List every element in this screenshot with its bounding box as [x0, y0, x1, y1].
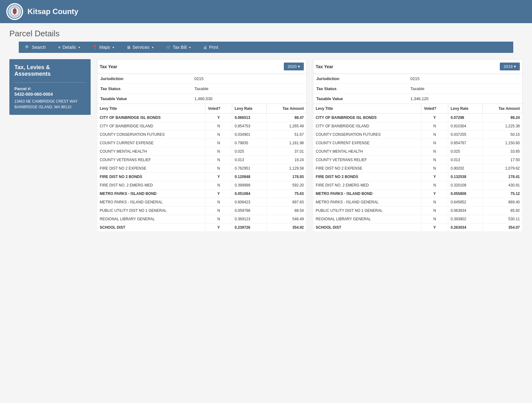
left-sidebar: Tax, Levies & Assessments Parcel #: 5432… [9, 59, 91, 232]
sidebar-section-title: Tax, Levies & Assessments [14, 64, 86, 77]
voted-cell: N [205, 122, 232, 130]
jurisdiction-value: 0215 [407, 74, 523, 84]
tax-amount-cell: 98.47 [267, 114, 307, 122]
year-selector-2020[interactable]: 2020 ▾ [284, 63, 304, 70]
voted-cell: Y [421, 173, 448, 181]
tax-year-label-2019: Tax Year [316, 64, 500, 69]
tax-amount-cell: 1,181.98 [267, 139, 307, 147]
jurisdiction-label: Jurisdiction [97, 74, 192, 84]
levy-rate-cell: 0.762951 [232, 164, 267, 173]
voted-cell: N [421, 122, 448, 130]
nav-services[interactable]: 🖥 Services ▾ [120, 42, 160, 53]
col-voted: Voted? [205, 104, 232, 114]
nav-details[interactable]: ≡ Details ▾ [52, 42, 86, 53]
year-value-2019: 2019 [504, 64, 513, 69]
year-selector-2019[interactable]: 2019 ▾ [500, 63, 520, 70]
table-row: METRO PARKS - ISLAND BOND Y 0.051084 75.… [97, 190, 307, 198]
tax-status-row: Tax Status Taxable [97, 84, 307, 94]
levy-rate-cell: 0.80202 [448, 164, 483, 173]
voted-cell: N [205, 164, 232, 173]
table-row: FIRE DIST NO 2 BONDS Y 0.132538 178.41 [313, 173, 523, 181]
levy-rate-cell: 0.645852 [448, 198, 483, 207]
col-tax-amount: Tax Amount [483, 104, 523, 114]
table-row: COUNTY CURRENT EXPENSE N 0.79835 1,181.9… [97, 139, 307, 147]
col-voted: Voted? [421, 104, 448, 114]
table-row: PUBLIC UTILITY DIST NO 1 GENERAL N 0.059… [97, 207, 307, 215]
chevron-down-icon: ▾ [113, 46, 114, 49]
col-levy-title: Levy Title [313, 104, 421, 114]
table-row: PUBLIC UTILITY DIST NO 1 GENERAL N 0.063… [313, 207, 523, 215]
voted-cell: N [421, 215, 448, 223]
taxable-value-label: Taxable Value [313, 94, 408, 104]
voted-cell: Y [205, 223, 232, 232]
levy-title-cell: METRO PARKS - ISLAND GENERAL [97, 198, 205, 207]
levy-rate-cell: 0.132538 [448, 173, 483, 181]
levy-header-row: Levy Title Voted? Levy Rate Tax Amount [97, 104, 307, 114]
nav-taxbill[interactable]: 🛒 Tax Bill ▾ [160, 42, 197, 53]
nav-bar: 🔍 Search ≡ Details ▾ 📍 Maps ▾ 🖥 Services… [19, 42, 513, 53]
table-row: SCHOOL DIST Y 0.239726 354.92 [97, 223, 307, 232]
table-row: COUNTY CURRENT EXPENSE N 0.854767 1,150.… [313, 139, 523, 147]
tax-amount-cell: 897.83 [267, 198, 307, 207]
nav-print[interactable]: 🖨 Print [197, 42, 224, 53]
levy-table-2020: Levy Title Voted? Levy Rate Tax Amount C… [97, 104, 307, 232]
year-row-2019: Tax Year 2019 ▾ [313, 59, 523, 74]
col-levy-rate: Levy Rate [232, 104, 267, 114]
tax-amount-cell: 85.92 [483, 207, 523, 215]
levy-title-cell: FIRE DIST NO. 2 EMERG MED [313, 181, 421, 190]
nav-search[interactable]: 🔍 Search [19, 42, 52, 53]
info-table-2019: Jurisdiction 0215 Tax Status Taxable Tax… [313, 74, 523, 104]
parcel-address: 13463 NE CAMBRIDGE CREST WAY BAINBRIDGE … [14, 99, 86, 110]
chevron-down-icon: ▾ [189, 46, 191, 49]
nav-print-label: Print [209, 45, 218, 50]
site-title: Kitsap County [28, 7, 78, 16]
voted-cell: N [421, 198, 448, 207]
levy-rate-cell: 0.07298 [448, 114, 483, 122]
levy-rate-cell: 0.051084 [232, 190, 267, 198]
year-value-2020: 2020 [288, 64, 297, 69]
table-row: FIRE DIST NO 2 EXPENSE N 0.762951 1,129.… [97, 164, 307, 173]
nav-maps-label: Maps [99, 45, 110, 50]
table-row: COUNTY CONSERVATION FUTURES N 0.037255 5… [313, 130, 523, 139]
levy-title-cell: CITY OF BAINBRIDGE ISLAND [97, 122, 205, 130]
levy-title-cell: COUNTY CURRENT EXPENSE [97, 139, 205, 147]
tax-amount-cell: 430.91 [483, 181, 523, 190]
levy-rate-cell: 0.393802 [448, 215, 483, 223]
table-row: COUNTY VETERANS RELIEF N 0.013 17.50 [313, 156, 523, 164]
voted-cell: N [205, 130, 232, 139]
voted-cell: Y [421, 223, 448, 232]
col-tax-amount: Tax Amount [267, 104, 307, 114]
tax-amount-cell: 1,079.62 [483, 164, 523, 173]
levy-title-cell: PUBLIC UTILITY DIST NO 1 GENERAL [97, 207, 205, 215]
tax-amount-cell: 33.65 [483, 147, 523, 156]
tax-amount-cell: 1,129.58 [267, 164, 307, 173]
col-levy-title: Levy Title [97, 104, 205, 114]
levy-table-2019: Levy Title Voted? Levy Rate Tax Amount C… [313, 104, 523, 232]
nav-maps[interactable]: 📍 Maps ▾ [86, 42, 120, 53]
voted-cell: Y [421, 114, 448, 122]
voted-cell: N [421, 147, 448, 156]
levy-rate-cell: 0.025 [448, 147, 483, 156]
levy-title-cell: REGIONAL LIBRARY GENERAL [97, 215, 205, 223]
parcel-label: Parcel #: [14, 86, 86, 91]
tables-area: Tax Year 2020 ▾ Jurisdiction 0215 Tax St… [97, 59, 523, 232]
levy-rate-cell: 0.066513 [232, 114, 267, 122]
levy-title-cell: FIRE DIST NO. 2 EMERG MED [97, 181, 205, 190]
details-icon: ≡ [58, 45, 61, 50]
tax-amount-cell: 869.40 [483, 198, 523, 207]
levy-title-cell: COUNTY MENTAL HEALTH [313, 147, 421, 156]
tax-amount-cell: 354.07 [483, 223, 523, 232]
county-logo [6, 3, 23, 20]
table-row: REGIONAL LIBRARY GENERAL N 0.369123 546.… [97, 215, 307, 223]
levy-rate-cell: 0.025 [232, 147, 267, 156]
table-row: FIRE DIST NO 2 BONDS Y 0.120848 178.93 [97, 173, 307, 181]
levy-rate-cell: 0.263034 [448, 223, 483, 232]
tax-amount-cell: 19.24 [267, 156, 307, 164]
levy-title-cell: METRO PARKS - ISLAND BOND [97, 190, 205, 198]
voted-cell: N [421, 207, 448, 215]
table-row: METRO PARKS - ISLAND GENERAL N 0.645852 … [313, 198, 523, 207]
table-row: COUNTY MENTAL HEALTH N 0.025 33.65 [313, 147, 523, 156]
table-row: COUNTY VETERANS RELIEF N 0.013 19.24 [97, 156, 307, 164]
tax-amount-cell: 37.01 [267, 147, 307, 156]
svg-point-2 [13, 10, 16, 13]
